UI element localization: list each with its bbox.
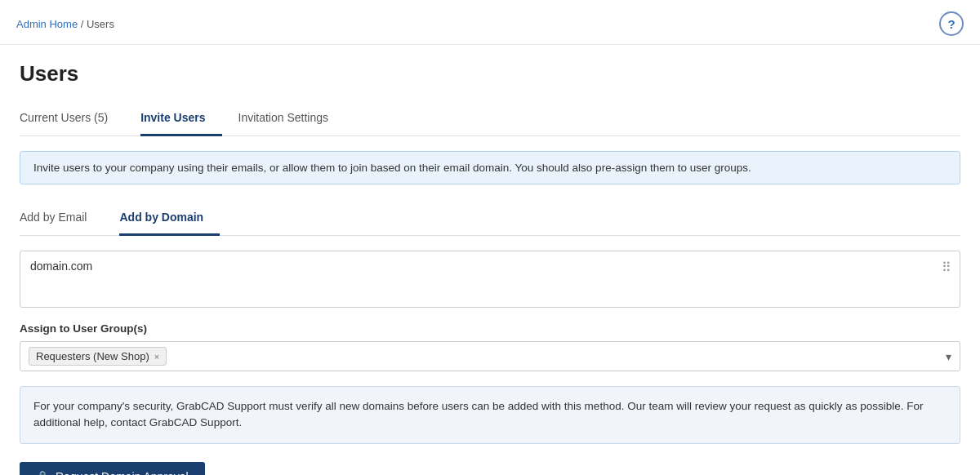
group-select-wrapper[interactable]: Requesters (New Shop) × ▾: [20, 341, 960, 371]
domain-input-text: domain.com: [30, 260, 950, 273]
request-domain-approval-button[interactable]: 🔒 Request Domain Approval: [20, 462, 205, 476]
group-tag-label: Requesters (New Shop): [36, 350, 149, 362]
header: Admin Home / Users ?: [0, 0, 980, 45]
breadcrumb: Admin Home / Users: [16, 18, 114, 30]
chevron-down-icon: ▾: [946, 350, 951, 363]
admin-home-link[interactable]: Admin Home: [16, 18, 78, 30]
sub-tabs-nav: Add by Email Add by Domain: [20, 202, 960, 236]
tab-current-users[interactable]: Current Users (5): [20, 103, 124, 136]
main-content: Users Current Users (5) Invite Users Inv…: [0, 45, 980, 475]
help-button[interactable]: ?: [939, 11, 964, 36]
info-banner-text: Invite users to your company using their…: [33, 162, 751, 174]
tab-invite-users[interactable]: Invite Users: [140, 103, 221, 136]
info-banner: Invite users to your company using their…: [20, 151, 960, 184]
breadcrumb-current: Users: [87, 18, 114, 30]
tab-invitation-settings[interactable]: Invitation Settings: [238, 103, 345, 136]
sub-tab-add-by-email[interactable]: Add by Email: [20, 202, 103, 236]
sub-tab-add-by-domain[interactable]: Add by Domain: [119, 202, 220, 236]
security-banner-text: For your company's security, GrabCAD Sup…: [33, 400, 924, 428]
domain-icon: ⠿: [942, 260, 951, 275]
request-button-label: Request Domain Approval: [56, 470, 189, 476]
group-tag-requesters: Requesters (New Shop) ×: [29, 347, 167, 366]
group-tag-remove[interactable]: ×: [154, 352, 159, 362]
page-title: Users: [20, 61, 960, 87]
tabs-nav: Current Users (5) Invite Users Invitatio…: [20, 103, 960, 136]
domain-input-wrapper[interactable]: domain.com ⠿: [20, 251, 960, 308]
assign-label: Assign to User Group(s): [20, 322, 960, 335]
lock-icon: 🔒: [36, 470, 49, 475]
group-tags: Requesters (New Shop) ×: [29, 347, 167, 366]
security-banner: For your company's security, GrabCAD Sup…: [20, 386, 960, 444]
breadcrumb-separator: /: [78, 18, 87, 30]
